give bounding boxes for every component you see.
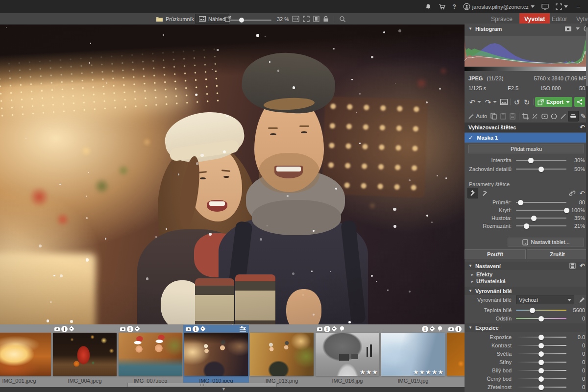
photo-canvas[interactable] (0, 24, 465, 324)
thumbnail-image[interactable] (250, 333, 314, 376)
filmstrip-collapse-icon[interactable]: ▼ (221, 387, 226, 392)
filmstrip-item[interactable]: ★★★★★ IMG_019.jpg (380, 325, 446, 386)
thumbnail-image[interactable] (0, 333, 51, 376)
white-balance-header[interactable]: ▼ Vyrovnání bílé (465, 287, 588, 295)
panel-scrollbar[interactable] (586, 24, 588, 392)
slider-thumb[interactable] (539, 335, 544, 340)
auto-wand-icon[interactable] (467, 111, 475, 121)
slider-track[interactable] (516, 310, 566, 311)
settings-item-efekty[interactable]: ▸ Efekty (471, 271, 492, 277)
window-minimize-button[interactable]: – (575, 3, 582, 10)
slider-track[interactable] (516, 318, 566, 319)
slider-thumb[interactable] (530, 308, 535, 313)
slider-track[interactable] (516, 362, 566, 363)
slider-thumb[interactable] (539, 360, 544, 365)
mask-row[interactable]: ✓ Maska 1 (465, 133, 588, 143)
settings-item-uzivatelska[interactable]: ▸ Uživatelská (471, 278, 506, 284)
slider-track[interactable] (516, 387, 566, 388)
filmstrip-item-selected[interactable]: IMG_010.jpeg (183, 325, 249, 386)
tab-manager[interactable]: Správce (491, 13, 513, 24)
tab-create[interactable]: Vytvořit (576, 13, 588, 24)
fill-screen-icon[interactable] (313, 16, 319, 22)
help-icon[interactable]: ? (453, 3, 456, 10)
slider-thumb[interactable] (539, 376, 544, 382)
notifications-bell-icon[interactable] (425, 3, 432, 10)
settings-reset-icon[interactable]: ↶ (580, 263, 585, 269)
thumbnail-image[interactable] (184, 333, 248, 376)
slider-track[interactable] (516, 378, 566, 379)
rotate-right-icon[interactable]: ↻ (522, 97, 532, 107)
zoom-slider[interactable] (230, 20, 271, 21)
fullscreen-icon[interactable] (556, 3, 568, 10)
save-settings-icon[interactable] (569, 263, 576, 269)
rotate-left-icon[interactable]: ↺ (512, 97, 522, 107)
slider-thumb[interactable] (564, 208, 569, 213)
second-display-icon[interactable] (541, 3, 549, 10)
undo-caret-icon[interactable] (477, 101, 481, 103)
slider-track[interactable] (516, 160, 566, 161)
filmstrip-item[interactable]: IMG_007.jpeg (118, 325, 183, 386)
thumbnail-image[interactable] (447, 333, 465, 376)
apply-button[interactable]: Použít (465, 249, 526, 259)
cancel-button[interactable]: Zrušit (527, 249, 588, 259)
white-balance-select[interactable]: Výchozí (516, 295, 574, 304)
slider-thumb[interactable] (531, 216, 537, 221)
cart-icon[interactable] (439, 3, 446, 10)
auto-label[interactable]: Auto (476, 113, 487, 119)
open-preview-window-icon[interactable] (225, 13, 231, 24)
slider-thumb[interactable] (539, 167, 544, 172)
actual-size-icon[interactable] (292, 16, 299, 22)
mask-check-icon[interactable]: ✓ (468, 135, 473, 141)
brush-add-icon[interactable] (467, 188, 478, 198)
slider-thumb[interactable] (539, 368, 544, 373)
thumbnail-image[interactable] (119, 333, 182, 376)
slider-thumb[interactable] (539, 351, 544, 357)
fit-to-screen-icon[interactable] (303, 16, 310, 22)
redo-icon[interactable]: ↷ (483, 97, 493, 107)
slider-thumb[interactable] (539, 316, 544, 321)
compare-image-icon[interactable] (499, 97, 509, 107)
crop-tool-icon[interactable] (521, 111, 530, 121)
slider-thumb[interactable] (524, 223, 529, 229)
preview-button[interactable]: Náhled (195, 14, 229, 24)
zoom-slider-thumb[interactable] (239, 18, 244, 23)
export-caret-icon[interactable] (566, 101, 570, 103)
line-tool-icon[interactable] (559, 111, 568, 121)
star-rating[interactable]: ★★★★★ (413, 368, 444, 376)
filmstrip-item[interactable]: IMG_001.jpeg (0, 325, 52, 386)
smoothing-brush-tool-icon[interactable] (568, 111, 578, 122)
star-rating[interactable]: ★★★ (360, 368, 378, 376)
slider-thumb[interactable] (518, 200, 523, 205)
red-eye-tool-icon[interactable] (540, 111, 549, 121)
tab-editor[interactable]: Editor (552, 13, 567, 24)
account-menu[interactable]: jaroslav.pilny@zoner.cz (463, 3, 535, 10)
share-button[interactable] (574, 97, 585, 107)
filmstrip-scrollbar-thumb[interactable] (127, 383, 277, 387)
filmstrip-item[interactable]: ★★★ IMG_016.jpg (315, 325, 380, 386)
tablet-settings-button[interactable]: Nastavit tablet... (508, 238, 584, 246)
paste-icon[interactable] (498, 111, 508, 121)
slider-track[interactable] (516, 353, 566, 354)
explorer-dropdown[interactable]: Průzkumník (156, 13, 200, 24)
exposure-header[interactable]: ▼ Expozice (465, 323, 588, 332)
slider-track[interactable] (516, 225, 566, 226)
slider-track[interactable] (516, 202, 566, 203)
slider-track[interactable] (516, 337, 566, 338)
paste-settings-icon[interactable] (508, 111, 517, 121)
slider-track[interactable] (516, 210, 566, 211)
lock-zoom-icon[interactable] (323, 16, 329, 22)
copy-icon[interactable] (489, 111, 498, 121)
slider-thumb[interactable] (539, 343, 544, 348)
brush-reset-icon[interactable]: ↶ (580, 124, 585, 130)
brush-subtract-icon[interactable] (480, 188, 490, 198)
redo-caret-icon[interactable] (493, 101, 497, 103)
add-mask-button[interactable]: Přidat masku (468, 145, 584, 153)
tab-develop[interactable]: Vyvolat (519, 13, 550, 24)
straighten-tool-icon[interactable] (530, 111, 539, 121)
histogram-mode-caret-icon[interactable] (576, 27, 580, 30)
brush-params-reset-icon[interactable]: ↶ (577, 188, 587, 198)
export-button[interactable]: Export (535, 97, 572, 107)
slider-thumb[interactable] (528, 158, 534, 163)
settings-header[interactable]: ▼ Nastavení ↶ (465, 262, 588, 270)
filmstrip-item[interactable]: IMG_013.png (249, 325, 315, 386)
